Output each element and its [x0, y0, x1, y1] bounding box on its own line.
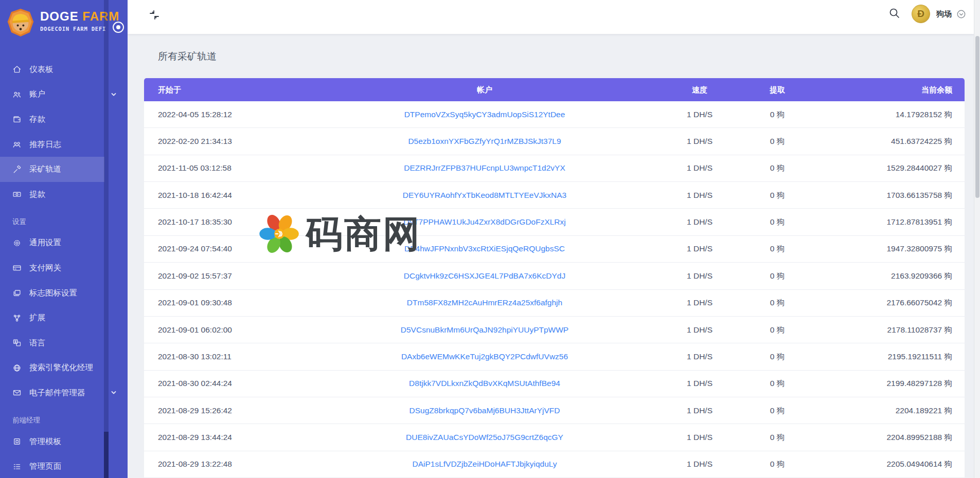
speed-value: 1 DH/S — [687, 459, 712, 469]
started-at: 2021-08-29 13:44:24 — [158, 433, 232, 442]
col-speed: 速度 — [692, 85, 707, 95]
table-header-row: 开始于帐户速度提取当前余额 — [144, 78, 965, 101]
account-link[interactable]: D5VCsnuBkrMm6UrQaJN92hpiYUUyPTpWWP — [401, 325, 568, 335]
table-row: 2021-11-05 03:12:58DEZRRJrrZFPB37HUFcnpL… — [144, 155, 965, 182]
app-logo[interactable]: DOGE FARM DOGECOIN FARM DEFI — [7, 8, 119, 38]
sidebar-item-label: 采矿轨道 — [29, 164, 61, 175]
images-icon — [12, 288, 22, 298]
account-link[interactable]: DEY6UYRAohfYxTbKeod8MTLTYEeVJkxNA3 — [403, 191, 566, 200]
sidebar-item-label: 支付网关 — [29, 263, 61, 273]
table-body: 2022-04-05 15:28:12DTPemoVZxSyq5kyCY3adm… — [144, 101, 965, 478]
started-at: 2021-09-24 07:54:40 — [158, 244, 232, 253]
account-link[interactable]: D9T7PPHAW1UkJu4ZxrX8dDGrGDoFzXLRxj — [403, 217, 566, 227]
speed-value: 1 DH/S — [687, 271, 712, 281]
withdrawn-value: 0 狗 — [770, 270, 785, 281]
page-scrollbar[interactable] — [974, 0, 980, 478]
sidebar-item-label: 语言 — [29, 338, 45, 348]
balance-value: 1712.87813951 狗 — [886, 217, 952, 228]
sidebar-item-label: 标志图标设置 — [29, 288, 77, 299]
sidebar-pin-toggle[interactable] — [113, 22, 124, 33]
started-at: 2021-10-17 18:35:30 — [158, 217, 232, 227]
table-row: 2021-09-01 06:02:00D5VCsnuBkrMm6UrQaJN92… — [144, 317, 965, 343]
account-link[interactable]: DTPemoVZxSyq5kyCY3admUopSiS12YtDee — [404, 110, 565, 119]
speed-value: 1 DH/S — [687, 379, 712, 388]
account-link[interactable]: DCgktvHk9zC6HSXJGE4L7PdBA7x6KcDYdJ — [404, 271, 565, 281]
account-link[interactable]: D5ezb1oxnYXFbGZfyYrQ1rMZBJSkJt37L9 — [408, 137, 561, 146]
user-name: 狗场 — [936, 9, 952, 19]
started-at: 2021-09-01 09:30:48 — [158, 298, 232, 307]
sidebar-item-mining-tracks[interactable]: 采矿轨道 — [0, 157, 104, 182]
withdrawn-value: 0 狗 — [770, 459, 785, 470]
pages-icon — [12, 462, 22, 471]
sidebar-item-label: 管理模板 — [29, 436, 61, 447]
withdrawn-value: 0 狗 — [770, 163, 785, 174]
sidebar-scrollbar[interactable] — [104, 0, 109, 478]
table-row: 2021-09-24 07:54:40DP4hwJFPNxnbV3xcRtXiE… — [144, 236, 965, 263]
started-at: 2021-09-02 15:57:37 — [158, 271, 232, 281]
avatar: Ð — [912, 5, 930, 23]
balance-value: 2204.89952188 狗 — [886, 432, 952, 443]
speed-value: 1 DH/S — [687, 191, 712, 200]
account-link[interactable]: D8tjkk7VDLkxnZkQdBvXKqMSUtAthfBe94 — [409, 379, 560, 388]
sidebar-item-label: 管理页面 — [29, 461, 61, 472]
banknote-icon — [12, 190, 22, 199]
speed-value: 1 DH/S — [687, 244, 712, 253]
sidebar-item-label: 搜索引擎优化经理 — [29, 362, 93, 373]
table-row: 2021-08-30 13:02:11DAxb6eWEMwKKeTuj2gkBQ… — [144, 343, 965, 370]
col-started: 开始于 — [158, 85, 181, 95]
speed-value: 1 DH/S — [687, 217, 712, 227]
started-at: 2022-04-05 15:28:12 — [158, 110, 232, 119]
nodes-icon — [12, 314, 22, 323]
gear-icon — [12, 238, 22, 248]
balance-value: 2163.9209366 狗 — [891, 270, 952, 281]
card-icon — [12, 263, 22, 272]
page-title: 所有采矿轨道 — [158, 50, 217, 63]
account-link[interactable]: DAxb6eWEMwKKeTuj2gkBQY2PCdwfUVwz56 — [401, 352, 568, 361]
menu-collapse-icon[interactable] — [149, 9, 160, 21]
started-at: 2021-08-30 02:44:24 — [158, 379, 232, 388]
col-withdrawn: 提取 — [770, 85, 785, 95]
search-icon[interactable] — [888, 7, 900, 19]
table-row: 2021-08-29 15:26:42DSugZ8brkqpQ7v6baMj6B… — [144, 397, 965, 424]
sidebar-item-label: 电子邮件管理器 — [29, 388, 85, 398]
globe-icon — [12, 363, 22, 373]
sidebar-scrollbar-thumb[interactable] — [104, 432, 109, 478]
speed-value: 1 DH/S — [687, 325, 712, 335]
table-row: 2022-04-05 15:28:12DTPemoVZxSyq5kyCY3adm… — [144, 101, 965, 128]
user-menu[interactable]: Ð 狗场 — [912, 4, 966, 24]
page-scrollbar-thumb[interactable] — [975, 36, 979, 198]
col-current-balance: 当前余额 — [921, 85, 952, 95]
account-link[interactable]: DUE8ivZAUaCsYDoWf25oJ75G9crtZ6qcGY — [406, 433, 563, 442]
speed-value: 1 DH/S — [687, 110, 712, 119]
table-row: 2021-10-17 18:35:30D9T7PPHAW1UkJu4ZxrX8d… — [144, 209, 965, 235]
table-row: 2021-09-01 09:30:48DTm58FX8zMH2cAuHmrERz… — [144, 290, 965, 317]
withdrawn-value: 0 狗 — [770, 136, 785, 147]
sidebar: DOGE FARM DOGECOIN FARM DEFI 仪表板账户存款推荐日志… — [0, 0, 128, 478]
account-link[interactable]: DTm58FX8zMH2cAuHmrERz4a25xf6afghjh — [407, 298, 562, 307]
sidebar-item-label: 扩展 — [29, 312, 45, 323]
account-link[interactable]: DEZRRJrrZFPB37HUFcnpLU3wnpcT1d2vYX — [404, 163, 565, 173]
started-at: 2021-08-29 13:22:48 — [158, 459, 232, 469]
withdrawn-value: 0 狗 — [770, 432, 785, 443]
balance-value: 2199.48297128 狗 — [886, 378, 952, 389]
template-icon — [12, 437, 22, 446]
account-link[interactable]: DAiP1sLfVDZjbZeiHDoHAFTJbjkyiqduLy — [412, 459, 557, 469]
speed-value: 1 DH/S — [687, 137, 712, 146]
sidebar-item-label: 通用设置 — [29, 237, 61, 248]
account-link[interactable]: DP4hwJFPNxnbV3xcRtXiESjqQeRQUgbsSC — [404, 244, 565, 253]
withdrawn-value: 0 狗 — [770, 351, 785, 362]
balance-value: 1947.32800975 狗 — [886, 244, 952, 254]
withdrawn-value: 0 狗 — [770, 324, 785, 335]
mail-icon — [12, 388, 22, 397]
balance-value: 2178.11028737 狗 — [887, 324, 952, 335]
table-row: 2021-08-29 13:22:48DAiP1sLfVDZjbZeiHDoHA… — [144, 451, 965, 478]
users-icon — [12, 90, 22, 99]
chevron-down-icon — [111, 91, 117, 98]
balance-value: 451.63724225 狗 — [891, 136, 952, 147]
speed-value: 1 DH/S — [687, 163, 712, 173]
account-link[interactable]: DSugZ8brkqpQ7v6baMj6BUH3JttArYjVFD — [409, 406, 560, 415]
withdrawn-value: 0 狗 — [770, 217, 785, 228]
balance-value: 2195.19211511 狗 — [888, 351, 952, 362]
table-row: 2021-10-18 16:42:44DEY6UYRAohfYxTbKeod8M… — [144, 182, 965, 209]
started-at: 2021-08-30 13:02:11 — [158, 352, 231, 361]
